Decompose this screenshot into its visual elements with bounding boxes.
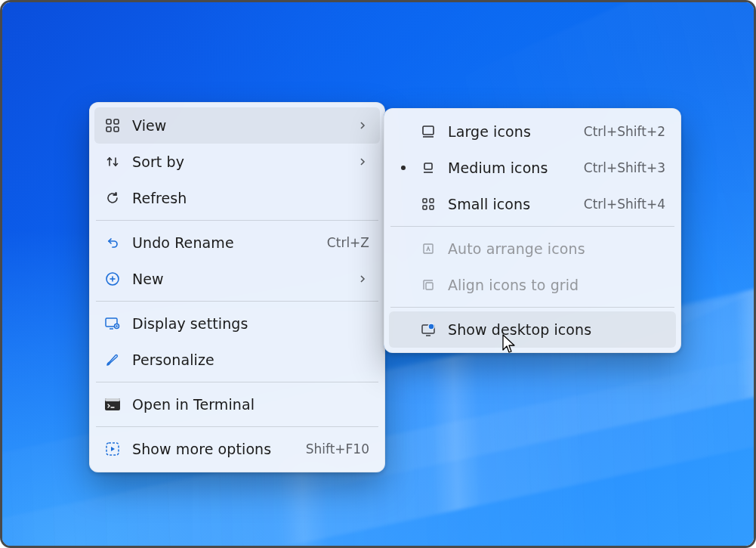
chevron-right-icon [356, 155, 369, 169]
menu-item-display-settings[interactable]: Display settings [94, 305, 380, 342]
menu-item-label: Display settings [132, 315, 369, 332]
svg-rect-2 [106, 127, 111, 132]
svg-rect-20 [430, 199, 434, 203]
auto-arrange-icon [419, 240, 437, 258]
large-icons-icon [419, 122, 437, 141]
menu-item-label: Undo Rename [132, 234, 309, 251]
new-icon [103, 270, 122, 288]
menu-item-label: Open in Terminal [132, 396, 369, 413]
menu-item-label: View [132, 117, 345, 134]
chevron-right-icon [356, 119, 369, 132]
svg-rect-12 [105, 398, 120, 401]
svg-rect-19 [423, 199, 427, 203]
menu-item-accelerator: Ctrl+Shift+3 [584, 160, 665, 175]
svg-rect-23 [424, 244, 433, 253]
more-options-icon [103, 440, 122, 458]
menu-item-label: Small icons [448, 196, 566, 212]
menu-item-label: Large icons [448, 123, 566, 140]
svg-rect-3 [114, 127, 119, 132]
svg-rect-15 [423, 126, 434, 135]
terminal-icon [103, 395, 122, 413]
display-settings-icon [103, 314, 122, 333]
menu-item-label: Auto arrange icons [448, 240, 665, 257]
show-desktop-icons-icon [419, 320, 437, 339]
menu-item-show-more-options[interactable]: Show more options Shift+F10 [94, 431, 380, 467]
submenu-item-small-icons[interactable]: Small icons Ctrl+Shift+4 [389, 186, 676, 222]
refresh-icon [103, 189, 122, 207]
menu-item-accelerator: Shift+F10 [306, 441, 369, 457]
menu-item-accelerator: Ctrl+Shift+2 [584, 124, 665, 139]
menu-item-personalize[interactable]: Personalize [94, 342, 380, 378]
submenu-item-align-grid[interactable]: Align icons to grid [389, 267, 676, 303]
submenu-item-show-desktop-icons[interactable]: Show desktop icons [389, 311, 676, 348]
svg-rect-1 [114, 119, 119, 124]
menu-item-accelerator: Ctrl+Z [327, 235, 369, 250]
menu-item-new[interactable]: New [94, 261, 380, 297]
menu-item-undo-rename[interactable]: Undo Rename Ctrl+Z [94, 224, 380, 261]
svg-point-29 [428, 324, 434, 330]
svg-rect-26 [426, 283, 433, 289]
menu-item-view[interactable]: View [94, 107, 380, 144]
svg-rect-0 [106, 119, 111, 124]
menu-item-label: New [132, 271, 345, 287]
submenu-item-auto-arrange[interactable]: Auto arrange icons [389, 231, 676, 267]
sort-icon [103, 153, 122, 171]
menu-item-label: Show desktop icons [448, 321, 665, 338]
chevron-right-icon [356, 272, 369, 286]
view-submenu: Large icons Ctrl+Shift+2 Medium icons Ct… [384, 108, 681, 353]
menu-item-sort-by[interactable]: Sort by [94, 144, 380, 180]
submenu-item-large-icons[interactable]: Large icons Ctrl+Shift+2 [389, 113, 676, 150]
medium-icons-icon [419, 159, 437, 177]
svg-rect-21 [423, 206, 427, 209]
personalize-icon [103, 351, 122, 369]
menu-item-label: Align icons to grid [448, 277, 665, 293]
menu-item-label: Refresh [132, 190, 369, 206]
menu-item-label: Sort by [132, 153, 345, 170]
align-grid-icon [419, 276, 437, 294]
radio-indicator [398, 166, 409, 170]
menu-item-accelerator: Ctrl+Shift+4 [584, 197, 665, 212]
menu-item-open-terminal[interactable]: Open in Terminal [94, 386, 380, 423]
menu-separator [96, 426, 378, 427]
desktop-context-menu: View Sort by [89, 102, 385, 472]
menu-separator [96, 382, 378, 382]
menu-separator [96, 220, 378, 221]
window-frame: View Sort by [0, 0, 756, 548]
menu-separator [390, 307, 674, 308]
menu-item-label: Medium icons [448, 159, 566, 176]
small-icons-icon [419, 195, 437, 213]
svg-rect-22 [430, 206, 434, 209]
menu-separator [390, 226, 674, 227]
svg-point-10 [116, 325, 117, 327]
svg-rect-17 [424, 163, 432, 169]
undo-icon [103, 234, 122, 252]
view-grid-icon [103, 116, 122, 135]
menu-separator [96, 301, 378, 302]
menu-item-refresh[interactable]: Refresh [94, 180, 380, 216]
menu-item-label: Show more options [132, 441, 288, 457]
menu-item-label: Personalize [132, 351, 369, 368]
submenu-item-medium-icons[interactable]: Medium icons Ctrl+Shift+3 [389, 150, 676, 186]
